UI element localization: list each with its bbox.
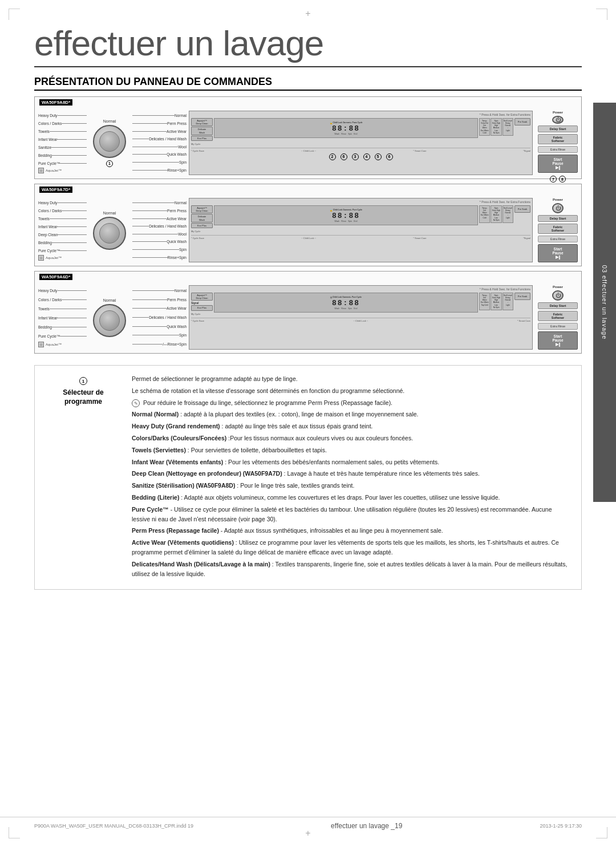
knob-2[interactable]: Normal: [90, 198, 129, 262]
description-box: 1 Sélecteur deprogramme Permet de sélect…: [34, 365, 582, 590]
right-labels-1: Normal Perm Press Active Wear Delicates …: [129, 111, 187, 175]
right-controls-1: Power ⏻ Delay Start FabricSoftener Extra…: [535, 111, 578, 175]
left-btn-col-1: Aquajet™Deep Clean DelicateWash Eco Plus…: [191, 118, 213, 145]
left-labels-2: Heavy Duty Colors / Darks Towels Infant …: [38, 198, 90, 262]
display-1: 🔒Child Lock Garment+ Pane Cycle 88:88 Wa…: [214, 118, 478, 138]
mid-btn-col-2: Temp. HotWarmEco WarmCold Spin Extra Hig…: [479, 205, 513, 223]
corner-mark-tr: [596, 9, 607, 20]
display-3: ⊡Child Lock Garment+ Pure Cycle 88:88 Wa…: [214, 293, 478, 313]
model-badge-3: WA50F9A6D*: [39, 274, 72, 280]
display-2: 🔒Child Lock Garment+ Pure Cycle 88:88 Wa…: [214, 205, 478, 225]
selector-number: 1: [79, 377, 87, 385]
mid-btn-col-3: Temp. HotWarmEco WarmTap Cold Spin Extra…: [479, 293, 513, 310]
selector-title: Sélecteur deprogramme: [63, 388, 103, 406]
page-footer: P900A WASH_WA50F_USER MANUAL_DC68-03133H…: [0, 817, 616, 830]
selector-label-area: 1 Sélecteur deprogramme: [46, 374, 120, 581]
knob-3[interactable]: Normal: [90, 285, 129, 350]
model-badge-2: WA50F9A7D*: [39, 187, 72, 193]
panel-wa50f9a7d: WA50F9A7D* Heavy Duty Colors / Darks Tow…: [34, 184, 582, 266]
start-pause-2[interactable]: StartPause▶‖: [538, 244, 578, 262]
presoak-2: Pre Soak: [514, 205, 530, 213]
knob-1[interactable]: Normal 1: [90, 111, 129, 175]
left-btn-col-3: Aquajet™Deep Clean Signal Eco Plus My Cy…: [191, 293, 213, 315]
extra-rinse-3[interactable]: Extra Rinse: [538, 323, 578, 330]
presoak-1: Pre Soak: [514, 118, 530, 125]
footer-page-label: effectuer un lavage _19: [331, 822, 402, 830]
note-icon: ✎: [132, 399, 140, 407]
power-button-3[interactable]: ⏻: [552, 290, 564, 301]
start-pause-3[interactable]: StartPause▶‖: [538, 331, 578, 350]
left-labels-1: Heavy Duty Colors / Darks Towels Infant …: [38, 111, 90, 175]
presoak-3: Pre Soak: [514, 293, 530, 300]
panel-wa50f9a6d: WA50F9A6D* Heavy Duty Colors / Darks Tow…: [34, 271, 582, 354]
left-btn-col-2: Aquajet™Deep Clean DelicateWash Eco Plus…: [191, 205, 213, 233]
corner-mark-tl: [9, 9, 20, 20]
right-controls-3: Power ⏻ Delay Start FabricSoftener Extra…: [535, 285, 578, 350]
panel-wa50f9a8d: WA50F9A8D* Heavy Duty Colors / Darks Tow…: [34, 96, 582, 179]
footer-filename: P900A WASH_WA50F_USER MANUAL_DC68-03133H…: [34, 823, 193, 829]
control-panel-3: * Press & Hold 3sec. for Extra Functions…: [189, 285, 533, 350]
left-labels-3: Heavy Duty Colors / Darks Towels Infant …: [38, 285, 90, 350]
start-pause-1[interactable]: StartPause▶‖: [538, 155, 578, 173]
extra-rinse-1[interactable]: Extra Rinse: [538, 146, 578, 153]
mid-btn-col-1: Temp. Extra HotHotWarmEco WarmCold Spin …: [479, 118, 513, 136]
fabric-softener-2[interactable]: FabricSoftener: [538, 224, 578, 234]
fabric-softener-1[interactable]: FabricSoftener: [538, 134, 578, 144]
section-title: PRÉSENTATION DU PANNEAU DE COMMANDES: [34, 76, 582, 91]
page-title: effectuer un lavage: [34, 23, 582, 67]
sidebar-label: 03 effectuer un lavage: [601, 265, 608, 340]
chapter-sidebar: 03 effectuer un lavage: [593, 103, 616, 502]
control-panel-2: * Press & Hold 3sec. for Extra Functions…: [189, 198, 533, 262]
control-panel-1: * Press & Hold 3sec. for Extra Functions…: [189, 111, 533, 175]
power-button-1[interactable]: ⏻: [552, 116, 564, 124]
panels-area: WA50F9A8D* Heavy Duty Colors / Darks Tow…: [34, 96, 582, 354]
footer-date: 2013-1-25 9:17:30: [540, 823, 582, 829]
right-labels-3: Normal Perm Press Active Wear Delicates …: [129, 285, 187, 350]
fabric-softener-3[interactable]: FabricSoftener: [538, 311, 578, 321]
extra-rinse-2[interactable]: Extra Rinse: [538, 236, 578, 242]
delay-start-2[interactable]: Delay Start: [538, 215, 578, 222]
delay-start-1[interactable]: Delay Start: [538, 125, 578, 132]
model-badge-1: WA50F9A8D*: [39, 99, 72, 106]
power-button-2[interactable]: ⏻: [552, 203, 564, 213]
description-text: Permet de sélectionner le programme adap…: [132, 374, 570, 581]
delay-start-3[interactable]: Delay Start: [538, 302, 578, 309]
center-cross-top: [305, 9, 310, 19]
right-labels-2: Normal Perm Press Active Wear Delicates …: [129, 198, 187, 262]
right-controls-2: Power ⏻ Delay Start FabricSoftener Extra…: [535, 198, 578, 262]
